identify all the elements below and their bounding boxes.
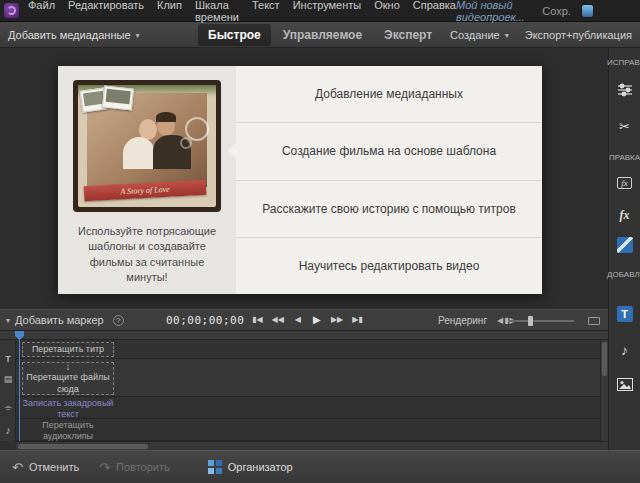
export-publish-button[interactable]: Экспорт+публикация [525, 29, 632, 41]
step-pointer-arrow [227, 142, 237, 160]
template-preview-photo: A Story of Love [73, 80, 221, 212]
chevron-down-icon: ▾ [505, 31, 509, 40]
transport-controls: ▮◀ ◀◀ ◀ ▶ ▶▶ ▶▮ [252, 314, 363, 325]
step-back-button[interactable]: ◀ [293, 315, 303, 324]
mode-tabs: Быстрое Управляемое Эксперт [198, 22, 442, 48]
step-create-movie[interactable]: Создание фильма на основе шаблона [236, 122, 542, 179]
export-publish-label: Экспорт+публикация [525, 29, 632, 41]
timecode-display[interactable]: 00;00;00;00 [166, 314, 244, 327]
help-icon[interactable]: ? [113, 315, 124, 326]
redo-button[interactable]: ↷ Повторить [99, 460, 170, 475]
audio-track-icon: ♪ [0, 424, 16, 436]
welcome-preview-column: A Story of Love Используйте потрясающие … [58, 66, 236, 294]
zoom-slider[interactable] [508, 320, 574, 322]
marker-caret-icon: ▾ [6, 316, 10, 325]
play-button[interactable]: ▶ [312, 314, 322, 325]
mode-toolbar: Добавить медиаданные ▾ Быстрое Управляем… [0, 22, 640, 48]
tab-quick[interactable]: Быстрое [198, 24, 271, 46]
title-letter: T [621, 308, 628, 320]
add-media-button[interactable]: Добавить медиаданные ▾ [8, 29, 140, 41]
fast-forward-button[interactable]: ▶▶ [331, 315, 343, 324]
menu-edit[interactable]: Редактировать [68, 0, 144, 23]
timeline-toolbar: ▾ Добавить маркер ? 00;00;00;00 ▮◀ ◀◀ ◀ … [0, 309, 608, 331]
zoom-slider-handle[interactable] [528, 316, 533, 326]
fit-to-window-icon[interactable] [588, 317, 600, 325]
organizer-button[interactable]: Организатор [208, 460, 293, 474]
create-button[interactable]: Создание ▾ [450, 29, 509, 41]
menu-bar: Файл Редактировать Клип Шкала времени Те… [0, 0, 640, 22]
redo-label: Повторить [116, 461, 170, 473]
menu-file[interactable]: Файл [28, 0, 55, 23]
menubar-right: Мой новый видеопроек... Сохр. [456, 0, 640, 23]
timeline-panel: T ▤ ⌯ ♪ Перетащить титр ↓ Перетащите фай… [0, 331, 608, 450]
step-tell-story-titles[interactable]: Расскажите свою историю с помощью титров [236, 180, 542, 237]
welcome-steps-list: Добавление медиаданных Создание фильма н… [236, 66, 542, 294]
swirl-ornament-small [180, 137, 192, 149]
add-media-label: Добавить медиаданные [8, 29, 131, 41]
go-to-start-button[interactable]: ▮◀ [252, 315, 263, 324]
timeline-vertical-scrollbar[interactable] [600, 340, 608, 441]
welcome-caption: Используйте потрясающие шаблоны и создав… [70, 224, 224, 286]
transitions-icon[interactable] [614, 236, 636, 254]
undo-label: Отменить [29, 461, 79, 473]
step-add-media[interactable]: Добавление медиаданных [236, 66, 542, 122]
narration-mic-icon: ⌯ [0, 402, 16, 413]
elements-membership-icon[interactable] [581, 4, 594, 18]
video-track-icon: ▤ [0, 374, 16, 384]
add-section-label: ДОБАВЛ. [607, 270, 640, 279]
render-button[interactable]: Рендеринг [438, 315, 487, 326]
applied-effects-icon[interactable]: fx [614, 206, 636, 224]
effects-icon[interactable]: fx [614, 174, 636, 192]
monitor-area: A Story of Love Используйте потрясающие … [0, 48, 608, 309]
tab-guided[interactable]: Управляемое [273, 24, 372, 46]
drag-files-dropzone[interactable]: ↓ Перетащите файлы сюда [22, 362, 114, 395]
track-header-column: T ▤ ⌯ ♪ [0, 340, 16, 441]
menu-items: Файл Редактировать Клип Шкала времени Те… [28, 0, 456, 23]
right-action-bar: ИСПРАВ. ✂ ПРАВКА fx fx ДОБАВЛ. T ♪ [608, 48, 640, 450]
drag-title-dropzone[interactable]: Перетащить титр [22, 342, 114, 357]
organizer-grid-icon [208, 460, 222, 474]
playhead-line [19, 333, 20, 441]
title-track-icon: T [0, 354, 16, 364]
fix-section-label: ИСПРАВ. [607, 58, 640, 67]
tab-expert[interactable]: Эксперт [374, 24, 442, 46]
fx-boxed-glyph: fx [617, 177, 632, 189]
step-learn-editing[interactable]: Научитесь редактировать видео [236, 237, 542, 294]
undo-icon: ↶ [12, 460, 23, 475]
record-narration-link[interactable]: Записать закадровый текст [22, 400, 114, 418]
add-marker-label: Добавить маркер [15, 314, 104, 326]
go-to-end-button[interactable]: ▶▮ [352, 315, 363, 324]
menu-text[interactable]: Текст [252, 0, 280, 23]
smart-trim-scissors-icon[interactable]: ✂ [614, 117, 636, 135]
adjust-icon[interactable] [614, 81, 636, 99]
app-logo-icon [4, 3, 19, 18]
menu-help[interactable]: Справка [413, 0, 456, 23]
save-status[interactable]: Сохр. [542, 5, 571, 17]
redo-icon: ↷ [99, 460, 110, 475]
titles-icon[interactable]: T [614, 305, 636, 323]
ribbon-text: A Story of Love [120, 185, 170, 197]
organizer-label: Организатор [228, 461, 293, 473]
down-arrow-icon: ↓ [66, 362, 71, 372]
menu-timeline[interactable]: Шкала времени [195, 0, 239, 23]
bottom-bar: ↶ Отменить ↷ Повторить Организатор [0, 450, 640, 483]
drag-files-label: Перетащите файлы сюда [23, 372, 113, 395]
timeline-ruler[interactable] [0, 331, 608, 340]
add-marker-button[interactable]: ▾ Добавить маркер ? [6, 314, 124, 326]
rewind-button[interactable]: ◀◀ [272, 315, 284, 324]
chevron-down-icon: ▾ [136, 31, 140, 40]
music-icon[interactable]: ♪ [614, 341, 636, 359]
welcome-panel: A Story of Love Используйте потрясающие … [58, 66, 542, 294]
timeline-horizontal-scrollbar[interactable] [16, 441, 608, 450]
project-name: Мой новый видеопроек... [456, 0, 532, 23]
fx-glyph: fx [620, 208, 630, 223]
menu-clip[interactable]: Клип [157, 0, 182, 23]
graphics-icon[interactable] [614, 375, 636, 393]
menu-tools[interactable]: Инструменты [293, 0, 362, 23]
h-scrollbar-handle[interactable] [18, 444, 148, 449]
polaroid-photo [102, 85, 134, 110]
menu-window[interactable]: Окно [374, 0, 400, 23]
drag-audio-dropzone[interactable]: Перетащить аудиоклипы [22, 422, 114, 440]
undo-button[interactable]: ↶ Отменить [12, 460, 79, 475]
v-scrollbar-handle[interactable] [602, 342, 607, 376]
